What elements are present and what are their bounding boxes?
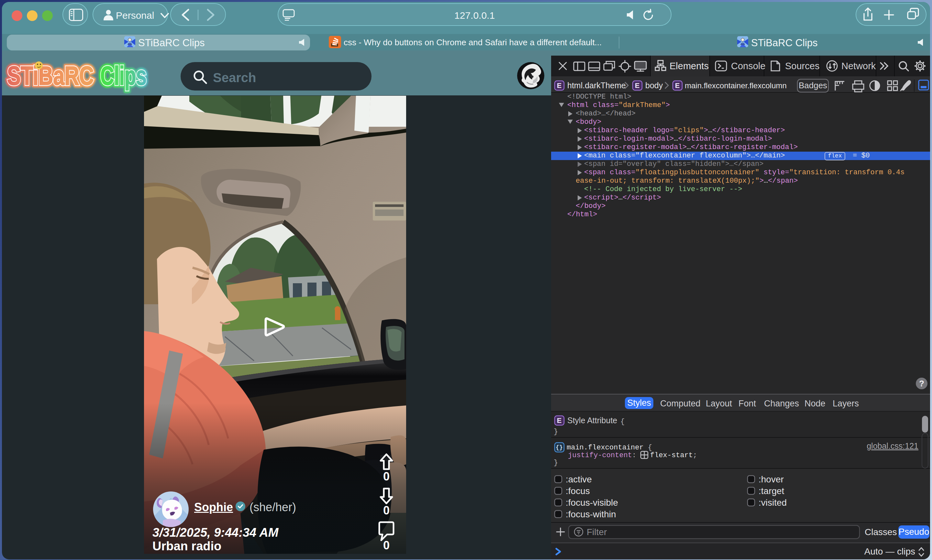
svg-text:Network: Network [841, 61, 876, 71]
svg-text:E: E [675, 82, 680, 89]
svg-text:html.darkTheme: html.darkTheme [567, 81, 626, 90]
svg-text::focus-within: :focus-within [566, 509, 616, 519]
svg-text:E: E [635, 82, 640, 89]
svg-text:Elements: Elements [670, 61, 709, 71]
svg-text:Pseudo: Pseudo [899, 527, 929, 537]
svg-text:0: 0 [383, 504, 390, 517]
svg-text:{: { [620, 418, 625, 426]
svg-text:STiBaRC: STiBaRC [7, 61, 94, 90]
svg-text:0: 0 [383, 470, 390, 483]
svg-text:body: body [645, 81, 663, 90]
svg-text:Classes: Classes [865, 527, 897, 537]
svg-text:Badges: Badges [799, 80, 827, 90]
svg-text:}: } [554, 459, 558, 467]
svg-text:main.flexcontainer.flexcolumn: main.flexcontainer.flexcolumn [685, 81, 787, 90]
svg-text:Style Attribute: Style Attribute [567, 416, 617, 425]
svg-text:0: 0 [383, 538, 390, 551]
svg-text:E: E [557, 417, 562, 425]
svg-text::focus: :focus [566, 486, 590, 496]
svg-text:Console: Console [731, 61, 765, 71]
svg-text:Sources: Sources [785, 61, 819, 71]
svg-text:E: E [557, 82, 562, 89]
svg-text::visited: :visited [759, 498, 787, 508]
svg-text:main.flexcontainer {: main.flexcontainer { [567, 444, 652, 452]
svg-text:}: } [554, 428, 558, 436]
svg-text::active: :active [566, 474, 592, 485]
svg-text:{}: {} [555, 444, 563, 451]
svg-text::target: :target [759, 486, 784, 496]
svg-text:flex-start;: flex-start; [650, 451, 697, 460]
svg-text::hover: :hover [759, 474, 784, 485]
svg-text:justify-content:: justify-content: [568, 451, 636, 460]
svg-text:Clips: Clips [100, 61, 147, 90]
svg-text:Filter: Filter [587, 527, 607, 537]
svg-text::focus-visible: :focus-visible [566, 498, 618, 508]
svg-text:global.css:121: global.css:121 [867, 442, 918, 451]
